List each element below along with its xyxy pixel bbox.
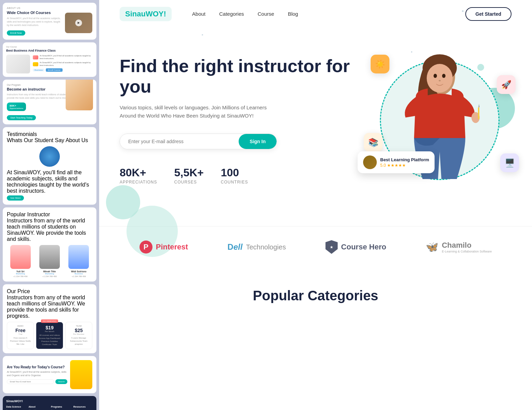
play-icon[interactable]: ▶ (75, 19, 82, 26)
cta-body: At SinauWOY, you'll find all the academi… (7, 370, 67, 377)
coursehero-name: Course Hero (341, 243, 386, 251)
screen-emoji: 🖥️ (505, 158, 515, 168)
nav-course[interactable]: Course (258, 11, 274, 17)
course-enroll-button[interactable]: Enroll Course (46, 68, 62, 72)
course-item-icon-2 (33, 62, 38, 66)
sidebar-instructor-section: Our Program Become an instructor Instruc… (3, 80, 96, 124)
dell-d: D (227, 242, 233, 251)
pricing-rec-period: Per Month (38, 330, 61, 332)
sidebar-testimonials-body: At SinauWOY, you'll find all the academi… (7, 169, 92, 194)
svg-point-3 (434, 74, 437, 78)
pricing-team: TEAM $25 Per Member 5 users Manage Subac… (65, 322, 92, 349)
sign-in-button[interactable]: Sign In (239, 134, 277, 149)
rocket-emoji: 🚀 (501, 80, 511, 90)
coursehero-shield-icon: ★ (325, 240, 338, 254)
instructor-phone-3: +1 234 789 456 (65, 275, 92, 277)
svg-marker-8 (479, 104, 479, 107)
pricing-demo-tag: DEMO (9, 325, 31, 327)
course-thumbnail (6, 55, 30, 73)
instructor-role-3: Business (65, 273, 92, 275)
cta-text: Are You Ready for Today's Course? At Sin… (7, 365, 67, 384)
footer-columns: Data Science Sources Courses About About… (6, 406, 93, 410)
nav-categories[interactable]: Categories (219, 11, 244, 17)
footer-col-2: About About Us Blog (29, 406, 49, 410)
pricing-team-price: $25 (68, 328, 90, 333)
sidebar-footer: SinauWOY! Data Science Sources Courses A… (3, 396, 96, 410)
sidebar-about-tag: About Us (7, 7, 92, 9)
footer-col-4: Resources Guides FAQ (74, 406, 93, 410)
nav-blog[interactable]: Blog (288, 11, 298, 17)
email-input[interactable] (120, 134, 239, 149)
hero-left: Find the right instructor for you Variou… (120, 56, 368, 185)
dell-technologies: Technologies (246, 243, 286, 251)
stat-appreciations-label: APPRECIATIONS (120, 180, 157, 184)
instructor-card-1: Yuli Sri Marketing +1 234 789 456 (7, 245, 34, 277)
stats-row: 80K+ APPRECIATIONS 5,5K+ COURSES 100 COU… (120, 166, 354, 184)
hero-subtitle: Various topics, skill levels or language… (120, 104, 277, 120)
popular-instructor-title: Popular Instructor (7, 211, 92, 218)
cta-email-input[interactable] (7, 379, 54, 384)
footer-col-3-title: Programs (51, 406, 71, 408)
navbar-logo: SinauWOY! (120, 7, 172, 21)
cta-submit-button[interactable]: Search (55, 379, 67, 384)
pricing-cards-row: DEMO Free Trial Free courses 5 Premium V… (7, 322, 92, 349)
hero-section: Find the right instructor for you Variou… (99, 28, 532, 226)
nav-links: About Categories Course Blog (192, 11, 465, 17)
stat-courses-number: 5,5K+ (174, 166, 203, 179)
instructor-role-1: Marketing (7, 273, 34, 275)
sidebar-instructor-image (66, 80, 93, 110)
nav-about[interactable]: About (192, 11, 205, 17)
svg-point-2 (427, 64, 453, 93)
chamilo-sub: E-Learning & Collaboration Software (442, 250, 492, 254)
stat-countries-number: 100 (221, 166, 248, 179)
stat-80k-label: Appreciations (10, 107, 23, 109)
pricing-team-period: Per Member (68, 333, 90, 335)
partner-dell: Dell Technologies (227, 242, 286, 252)
learning-badge: Best Learning Platform 5.0 ★★★★★ (358, 151, 435, 173)
badge-stars: 5.0 ★★★★★ (380, 163, 429, 168)
cta-image (70, 360, 92, 389)
footer-col-1: Data Science Sources Courses (6, 406, 26, 410)
sidebar-popular-instructors: Popular Instructor Instructors from any … (3, 207, 96, 282)
sidebar-teach-button[interactable]: Start Teaching Today (7, 115, 36, 120)
sidebar-enroll-button[interactable]: Enroll Now (7, 30, 25, 36)
svg-point-5 (439, 80, 441, 81)
sidebar-about-section: About Us Wide Choice Of Courses At Sinau… (3, 3, 96, 40)
book-emoji: 📚 (368, 138, 378, 147)
instructor-card-3: Widi Sutrisno Business +1 234 789 456 (65, 245, 92, 277)
stat-courses: 5,5K+ COURSES (174, 166, 203, 184)
get-started-button[interactable]: Get Started (465, 7, 511, 21)
instructor-name-3: Widi Sutrisno (65, 270, 92, 273)
stat-countries-label: COUNTRIES (221, 180, 248, 184)
sidebar-course-card: Our Course Best Business And Finance Cla… (3, 42, 96, 77)
sidebar-seemore-button[interactable]: See More (7, 195, 24, 201)
sidebar-course-tag: Our Course (6, 46, 93, 48)
footer-logo: SinauWOY! (6, 399, 93, 403)
stars-icons: ★★★★★ (387, 163, 406, 168)
instructor-card-2: Minah Titin Marketing +1 234 789 456 (36, 245, 63, 277)
course-item-text-2: At SinauWOY, you'll find all academic su… (40, 62, 93, 67)
categories-heading: Popular Categories (120, 288, 511, 303)
course-item-text-1: At SinauWOY, you'll find all academic su… (40, 55, 93, 60)
course-items: At SinauWOY, you'll find all academic su… (33, 55, 93, 73)
pricing-team-features: 5 users Manage Subaccounts Team progress (68, 337, 90, 346)
sidebar-pricing-section: Our Price Instructors from any of the wo… (3, 284, 96, 353)
stat-countries: 100 COUNTRIES (221, 166, 248, 184)
categories-section: Popular Categories (99, 268, 532, 320)
pinterest-name: Pinterest (156, 243, 188, 251)
instructor-name-2: Minah Titin (36, 270, 63, 273)
pricing-rec-features: All courses and videos Access App Dashbo… (38, 334, 61, 346)
floating-icon-screen: 🖥️ (500, 153, 519, 172)
sidebar-about-body: At SinauWOY, you'll find all the academi… (7, 17, 63, 27)
hero-right: ☀️ 🚀 📚 🖥️ Best Learning Platform (368, 60, 511, 180)
instructor-name-1: Yuli Sri (7, 270, 34, 273)
badge-title: Best Learning Platform (380, 157, 429, 162)
pricing-demo-features: Free courses 5 Premium Videos Notify Me:… (9, 337, 31, 346)
instructor-phone-1: +1 234 789 456 (7, 275, 34, 277)
instructor-role-2: Marketing (36, 273, 63, 275)
stat-courses-label: COURSES (174, 180, 203, 184)
search-bar: Sign In (120, 134, 277, 149)
sidebar-panel: About Us Wide Choice Of Courses At Sinau… (0, 0, 99, 410)
pricing-body: Instructors from any of the world teach … (7, 295, 92, 319)
sidebar-testimonials-title: Whats Our Student Say About Us (7, 137, 92, 144)
